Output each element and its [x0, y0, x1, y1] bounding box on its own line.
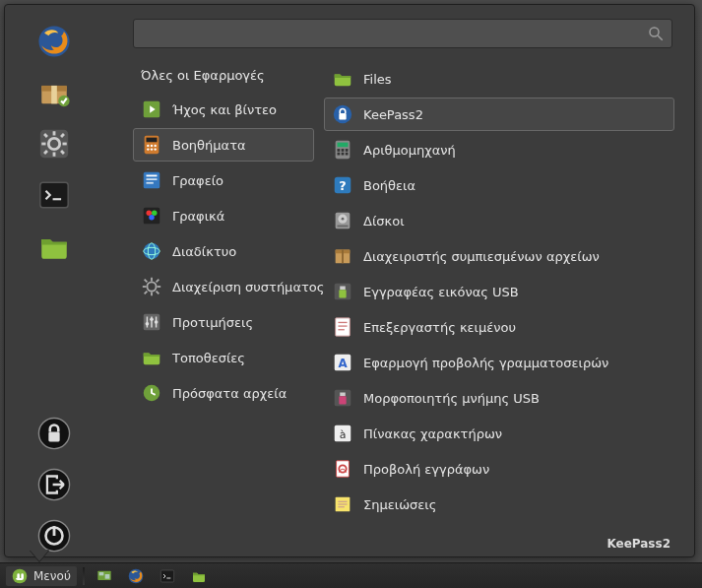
taskbar-launcher-firefox[interactable] [122, 566, 150, 586]
app-keepass[interactable]: KeePass2 [324, 98, 674, 131]
svg-line-24 [658, 35, 663, 40]
favorite-software[interactable] [33, 72, 75, 113]
search-container [133, 19, 672, 48]
svg-rect-85 [336, 318, 351, 336]
system-logout-button[interactable] [33, 464, 75, 505]
category-recent[interactable]: Πρόσφατα αρχεία [133, 376, 314, 410]
svg-point-46 [147, 282, 156, 291]
disk-icon [332, 210, 353, 231]
taskbar-launcher-terminal[interactable] [154, 566, 181, 586]
svg-rect-92 [340, 393, 346, 397]
svg-rect-104 [98, 572, 103, 575]
app-calc[interactable]: Αριθμομηχανή [324, 133, 674, 166]
taskbar-launcher-files[interactable] [185, 566, 213, 586]
app-label: Βοήθεια [363, 178, 415, 193]
favorite-files[interactable] [33, 226, 75, 267]
favorite-terminal[interactable] [33, 174, 75, 216]
svg-rect-37 [147, 178, 158, 180]
folder-icon [141, 347, 162, 368]
app-label: Εγγραφέας εικόνας USB [363, 285, 519, 299]
app-label: Προβολή εγγράφων [363, 462, 489, 477]
usb-icon [332, 281, 353, 302]
app-help[interactable]: ?Βοήθεια [324, 168, 674, 202]
app-files[interactable]: Files [324, 62, 674, 96]
category-accessories[interactable]: Βοηθήματα [133, 128, 314, 162]
app-docview[interactable]: Προβολή εγγράφων [324, 452, 674, 486]
doc-icon [332, 458, 353, 480]
svg-line-14 [44, 151, 47, 154]
svg-point-30 [151, 145, 153, 147]
svg-rect-66 [338, 143, 349, 148]
system-lock-button[interactable] [33, 413, 75, 454]
svg-point-31 [154, 145, 156, 147]
app-usbimg[interactable]: Εγγραφέας εικόνας USB [324, 275, 674, 308]
svg-rect-70 [338, 153, 341, 156]
char-icon: à [332, 423, 353, 444]
app-archive[interactable]: Διαχειριστής συμπιεσμένων αρχείων [324, 239, 674, 273]
category-label: Γραφικά [172, 209, 224, 224]
search-input[interactable] [133, 19, 672, 48]
category-office[interactable]: Γραφείο [133, 163, 314, 197]
calc2-icon [332, 139, 353, 161]
svg-rect-15 [40, 182, 68, 208]
app-disks[interactable]: Δίσκοι [324, 204, 674, 237]
office-icon [141, 169, 162, 191]
menu-button[interactable]: Μενού [6, 566, 77, 586]
app-editor[interactable]: Επεξεργαστής κειμένου [324, 310, 674, 344]
category-label: Διαδίκτυο [172, 244, 236, 259]
showdesk-icon [96, 568, 112, 584]
svg-rect-69 [346, 149, 349, 152]
calc-icon [141, 134, 162, 156]
app-notes[interactable]: Σημειώσεις [324, 488, 674, 521]
category-label: Προτιμήσεις [172, 315, 253, 330]
svg-rect-38 [147, 182, 154, 184]
svg-point-42 [149, 215, 155, 221]
app-label: Μορφοποιητής μνήμης USB [363, 391, 540, 406]
category-system[interactable]: Διαχείριση συστήματος [133, 270, 314, 303]
category-places[interactable]: Τοποθεσίες [133, 341, 314, 374]
favorite-firefox[interactable] [33, 21, 75, 62]
app-label: Αριθμομηχανή [363, 143, 456, 158]
help-icon: ? [332, 174, 353, 196]
svg-rect-81 [342, 250, 344, 264]
svg-rect-84 [339, 290, 346, 297]
svg-rect-105 [104, 574, 109, 579]
taskbar-launcher-show-desktop[interactable] [91, 566, 118, 586]
svg-rect-107 [160, 570, 173, 582]
favorite-settings[interactable] [33, 123, 75, 164]
svg-rect-3 [51, 86, 57, 103]
svg-line-51 [145, 280, 148, 283]
app-fonts[interactable]: AΕφαρμογή προβολής γραμματοσειρών [324, 346, 674, 379]
category-label: Διαχείριση συστήματος [172, 280, 324, 294]
gear-icon [141, 276, 162, 297]
svg-line-12 [61, 151, 64, 154]
search-icon [647, 25, 665, 42]
text-icon [332, 316, 353, 338]
svg-point-43 [144, 243, 160, 260]
category-label: Τοποθεσίες [172, 351, 245, 365]
menu-button-label: Μενού [33, 569, 71, 583]
folderfav-icon [191, 568, 207, 584]
svg-rect-28 [147, 138, 158, 143]
svg-rect-83 [340, 287, 346, 291]
svg-rect-68 [342, 149, 345, 152]
media-icon [141, 98, 162, 120]
category-sound[interactable]: Ήχος και βίντεο [133, 93, 314, 126]
app-charmap[interactable]: àΠίνακας χαρακτήρων [324, 417, 674, 450]
app-usbfmt[interactable]: Μορφοποιητής μνήμης USB [324, 381, 674, 415]
app-label: Σημειώσεις [363, 497, 436, 512]
svg-line-54 [145, 292, 148, 294]
category-internet[interactable]: Διαδίκτυο [133, 234, 314, 268]
category-prefs[interactable]: Προτιμήσεις [133, 305, 314, 339]
svg-rect-64 [339, 113, 346, 119]
app-label: Εφαρμογή προβολής γραμματοσειρών [363, 356, 608, 370]
app-label: Επεξεργαστής κειμένου [363, 320, 516, 335]
app-label: KeePass2 [363, 107, 423, 122]
svg-point-59 [146, 322, 150, 326]
svg-line-53 [157, 280, 160, 283]
category-graphics[interactable]: Γραφικά [133, 199, 314, 232]
categories-header[interactable]: Όλες οι Εφαρμογές [133, 62, 314, 93]
svg-point-40 [147, 211, 153, 217]
svg-rect-78 [338, 226, 349, 228]
folder-icon [332, 68, 353, 90]
